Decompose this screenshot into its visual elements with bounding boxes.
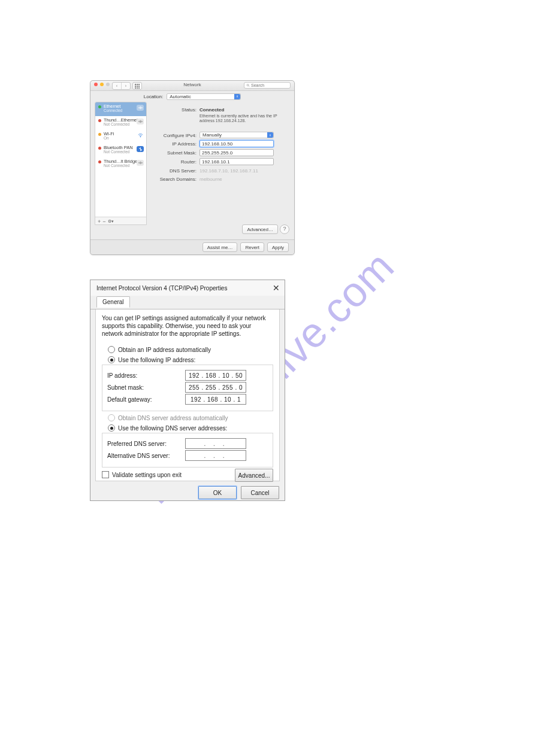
- ethernet-icon: [137, 119, 144, 125]
- dns-server-label: DNS Server:: [152, 167, 200, 174]
- interface-details: Status: Connected Ethernet is currently …: [147, 102, 294, 225]
- dropdown-caret-icon: [234, 94, 240, 99]
- subnet-mask-label: Subnet Mask:: [152, 149, 200, 156]
- interface-sidebar: EthernetConnectedThund…EthernetNot Conne…: [95, 102, 147, 225]
- windows-ipv4-dialog: Internet Protocol Version 4 (TCP/IPv4) P…: [90, 280, 285, 501]
- interface-status: On: [104, 136, 114, 141]
- default-gateway-input[interactable]: 192 . 168 . 10 . 1: [185, 394, 246, 405]
- ip-address-value: 192.168.10.50: [202, 141, 232, 147]
- search-domains-label: Search Domains:: [152, 175, 200, 182]
- advanced-button[interactable]: Advanced...: [235, 469, 273, 482]
- search-input[interactable]: [250, 83, 288, 88]
- status-led-icon: [98, 105, 101, 108]
- wifi-icon: [137, 132, 144, 138]
- validate-label: Validate settings upon exit: [112, 472, 182, 478]
- sidebar-footer: + − ⚙︎▾: [95, 217, 146, 225]
- router-label: Router:: [152, 158, 200, 165]
- assist-me-button[interactable]: Assist me…: [202, 242, 238, 252]
- close-button[interactable]: ✕: [273, 283, 280, 293]
- interface-status: Connected: [104, 109, 122, 113]
- description-text: You can get IP settings assigned automat…: [102, 314, 273, 338]
- location-label: Location:: [144, 94, 163, 99]
- sidebar-item-wi-fi[interactable]: Wi-FiOn: [95, 130, 146, 144]
- sidebar-item-ethernet[interactable]: EthernetConnected: [95, 102, 146, 116]
- status-led-icon: [98, 147, 101, 150]
- ip-address-label: IP address:: [107, 372, 185, 379]
- status-led-icon: [98, 133, 101, 136]
- use-ip-label: Use the following IP address:: [118, 357, 195, 363]
- apply-button[interactable]: Apply: [267, 242, 289, 252]
- advanced-button[interactable]: Advanced…: [242, 224, 278, 234]
- interface-status: Not Connected: [104, 123, 138, 127]
- svg-point-2: [140, 136, 140, 137]
- dialog-title: Internet Protocol Version 4 (TCP/IPv4) P…: [96, 285, 227, 292]
- interface-status: Not Connected: [104, 164, 137, 168]
- status-label: Status:: [152, 106, 200, 113]
- use-dns-label: Use the following DNS server addresses:: [118, 425, 227, 432]
- ip-address-input[interactable]: 192.168.10.50: [200, 140, 274, 147]
- status-detail: Ethernet is currently active and has the…: [200, 113, 277, 123]
- obtain-ip-radio[interactable]: [108, 346, 115, 353]
- mac-titlebar: ‹ › Network: [90, 81, 294, 91]
- ethernet-icon: [137, 105, 144, 111]
- use-dns-radio[interactable]: [108, 424, 115, 432]
- preferred-dns-input[interactable]: . . .: [185, 438, 246, 449]
- obtain-dns-label: Obtain DNS server address automatically: [118, 415, 228, 421]
- obtain-dns-radio: [108, 414, 115, 421]
- ethernet-icon: [137, 160, 144, 166]
- status-led-icon: [98, 119, 101, 122]
- dns-fieldset: Preferred DNS server:. . . Alternative D…: [102, 433, 273, 467]
- add-interface-button[interactable]: +: [98, 218, 101, 224]
- status-value: Connected: [200, 106, 291, 113]
- subnet-mask-value: 255.255.255.0: [202, 150, 232, 156]
- sidebar-item-bluetooth-pan[interactable]: Bluetooth PANNot Connected: [95, 144, 146, 157]
- alternative-dns-label: Alternative DNS server:: [107, 453, 185, 459]
- preferred-dns-label: Preferred DNS server:: [107, 441, 185, 447]
- interface-actions-button[interactable]: ⚙︎▾: [108, 219, 114, 224]
- help-button[interactable]: ?: [280, 224, 289, 234]
- dns-server-value: 192.168.7.10, 192.168.7.11: [200, 167, 291, 174]
- search-field[interactable]: [244, 82, 291, 89]
- revert-button[interactable]: Revert: [240, 242, 264, 252]
- subnet-mask-input[interactable]: 255.255.255.0: [200, 149, 274, 156]
- router-value: 192.168.10.1: [202, 159, 230, 165]
- subnet-mask-input[interactable]: 255 . 255 . 255 . 0: [185, 382, 246, 393]
- remove-interface-button[interactable]: −: [102, 218, 105, 224]
- ip-address-label: IP Address:: [152, 140, 200, 147]
- svg-point-0: [247, 84, 249, 86]
- obtain-ip-label: Obtain an IP address automatically: [118, 347, 211, 353]
- dropdown-caret-icon: [267, 132, 273, 138]
- tab-general[interactable]: General: [96, 296, 130, 308]
- location-value: Automatic: [170, 94, 191, 99]
- subnet-mask-label: Subnet mask:: [107, 384, 185, 391]
- default-gateway-label: Default gateway:: [107, 396, 185, 403]
- validate-checkbox[interactable]: [102, 471, 109, 478]
- location-select[interactable]: Automatic: [167, 93, 241, 100]
- bluetooth-icon: [137, 146, 144, 152]
- use-ip-radio[interactable]: [108, 356, 115, 363]
- sidebar-item-thund-ethernet[interactable]: Thund…EthernetNot Connected: [95, 116, 146, 130]
- ip-fieldset: IP address:192 . 168 . 10 . 50 Subnet ma…: [102, 365, 273, 411]
- configure-ipv4-select[interactable]: Manually: [200, 132, 274, 138]
- macos-network-window: ‹ › Network Location: Automatic Ethernet…: [90, 80, 295, 255]
- sidebar-item-thund-lt-bridge[interactable]: Thund…lt BridgeNot Connected: [95, 157, 146, 171]
- status-led-icon: [98, 160, 101, 163]
- alternative-dns-input[interactable]: . . .: [185, 450, 246, 461]
- configure-ipv4-value: Manually: [202, 132, 222, 138]
- router-input[interactable]: 192.168.10.1: [200, 158, 274, 165]
- configure-ipv4-label: Configure IPv4:: [152, 132, 200, 138]
- cancel-button[interactable]: Cancel: [241, 486, 279, 499]
- ip-address-input[interactable]: 192 . 168 . 10 . 50: [185, 370, 246, 381]
- ok-button[interactable]: OK: [198, 486, 237, 499]
- search-domains-value: melbourne: [200, 175, 291, 182]
- interface-status: Not Connected: [104, 150, 133, 154]
